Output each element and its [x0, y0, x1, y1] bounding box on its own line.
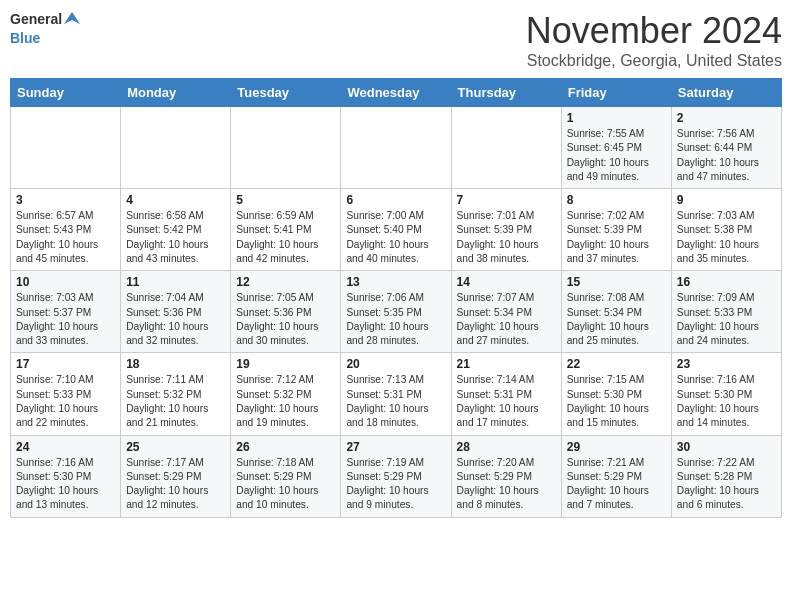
day-info: Sunrise: 7:20 AM Sunset: 5:29 PM Dayligh… — [457, 456, 556, 513]
day-info: Sunrise: 7:07 AM Sunset: 5:34 PM Dayligh… — [457, 291, 556, 348]
day-number: 2 — [677, 111, 776, 125]
day-number: 13 — [346, 275, 445, 289]
day-number: 21 — [457, 357, 556, 371]
day-number: 14 — [457, 275, 556, 289]
day-number: 25 — [126, 440, 225, 454]
calendar-cell: 22Sunrise: 7:15 AM Sunset: 5:30 PM Dayli… — [561, 353, 671, 435]
calendar-cell: 5Sunrise: 6:59 AM Sunset: 5:41 PM Daylig… — [231, 189, 341, 271]
month-title: November 2024 — [526, 10, 782, 52]
day-number: 17 — [16, 357, 115, 371]
day-number: 29 — [567, 440, 666, 454]
calendar-header-friday: Friday — [561, 79, 671, 107]
calendar-cell: 2Sunrise: 7:56 AM Sunset: 6:44 PM Daylig… — [671, 107, 781, 189]
calendar-cell: 4Sunrise: 6:58 AM Sunset: 5:42 PM Daylig… — [121, 189, 231, 271]
calendar-cell: 7Sunrise: 7:01 AM Sunset: 5:39 PM Daylig… — [451, 189, 561, 271]
calendar-header-row: SundayMondayTuesdayWednesdayThursdayFrid… — [11, 79, 782, 107]
day-number: 20 — [346, 357, 445, 371]
day-number: 8 — [567, 193, 666, 207]
calendar-table: SundayMondayTuesdayWednesdayThursdayFrid… — [10, 78, 782, 518]
calendar-cell: 26Sunrise: 7:18 AM Sunset: 5:29 PM Dayli… — [231, 435, 341, 517]
day-info: Sunrise: 7:18 AM Sunset: 5:29 PM Dayligh… — [236, 456, 335, 513]
day-number: 10 — [16, 275, 115, 289]
day-info: Sunrise: 7:02 AM Sunset: 5:39 PM Dayligh… — [567, 209, 666, 266]
calendar-week-4: 17Sunrise: 7:10 AM Sunset: 5:33 PM Dayli… — [11, 353, 782, 435]
calendar-cell: 29Sunrise: 7:21 AM Sunset: 5:29 PM Dayli… — [561, 435, 671, 517]
calendar-cell: 21Sunrise: 7:14 AM Sunset: 5:31 PM Dayli… — [451, 353, 561, 435]
day-info: Sunrise: 7:16 AM Sunset: 5:30 PM Dayligh… — [16, 456, 115, 513]
calendar-week-1: 1Sunrise: 7:55 AM Sunset: 6:45 PM Daylig… — [11, 107, 782, 189]
calendar-cell: 9Sunrise: 7:03 AM Sunset: 5:38 PM Daylig… — [671, 189, 781, 271]
day-info: Sunrise: 7:03 AM Sunset: 5:37 PM Dayligh… — [16, 291, 115, 348]
calendar-cell: 19Sunrise: 7:12 AM Sunset: 5:32 PM Dayli… — [231, 353, 341, 435]
day-info: Sunrise: 7:10 AM Sunset: 5:33 PM Dayligh… — [16, 373, 115, 430]
day-info: Sunrise: 7:06 AM Sunset: 5:35 PM Dayligh… — [346, 291, 445, 348]
day-info: Sunrise: 7:22 AM Sunset: 5:28 PM Dayligh… — [677, 456, 776, 513]
svg-marker-0 — [64, 12, 80, 24]
day-info: Sunrise: 7:17 AM Sunset: 5:29 PM Dayligh… — [126, 456, 225, 513]
logo-bird-icon — [64, 10, 80, 26]
calendar-cell — [231, 107, 341, 189]
day-number: 4 — [126, 193, 225, 207]
calendar-cell: 17Sunrise: 7:10 AM Sunset: 5:33 PM Dayli… — [11, 353, 121, 435]
calendar-week-5: 24Sunrise: 7:16 AM Sunset: 5:30 PM Dayli… — [11, 435, 782, 517]
day-info: Sunrise: 7:16 AM Sunset: 5:30 PM Dayligh… — [677, 373, 776, 430]
day-info: Sunrise: 7:01 AM Sunset: 5:39 PM Dayligh… — [457, 209, 556, 266]
calendar-cell: 14Sunrise: 7:07 AM Sunset: 5:34 PM Dayli… — [451, 271, 561, 353]
calendar-cell: 20Sunrise: 7:13 AM Sunset: 5:31 PM Dayli… — [341, 353, 451, 435]
day-number: 18 — [126, 357, 225, 371]
day-info: Sunrise: 7:05 AM Sunset: 5:36 PM Dayligh… — [236, 291, 335, 348]
day-info: Sunrise: 6:58 AM Sunset: 5:42 PM Dayligh… — [126, 209, 225, 266]
calendar-cell — [451, 107, 561, 189]
calendar-cell — [121, 107, 231, 189]
calendar-cell: 28Sunrise: 7:20 AM Sunset: 5:29 PM Dayli… — [451, 435, 561, 517]
day-number: 6 — [346, 193, 445, 207]
day-number: 27 — [346, 440, 445, 454]
day-number: 30 — [677, 440, 776, 454]
calendar-header-wednesday: Wednesday — [341, 79, 451, 107]
calendar-cell: 24Sunrise: 7:16 AM Sunset: 5:30 PM Dayli… — [11, 435, 121, 517]
day-info: Sunrise: 7:13 AM Sunset: 5:31 PM Dayligh… — [346, 373, 445, 430]
calendar-cell: 1Sunrise: 7:55 AM Sunset: 6:45 PM Daylig… — [561, 107, 671, 189]
day-number: 5 — [236, 193, 335, 207]
day-info: Sunrise: 7:56 AM Sunset: 6:44 PM Dayligh… — [677, 127, 776, 184]
calendar-cell: 16Sunrise: 7:09 AM Sunset: 5:33 PM Dayli… — [671, 271, 781, 353]
day-number: 26 — [236, 440, 335, 454]
day-info: Sunrise: 7:04 AM Sunset: 5:36 PM Dayligh… — [126, 291, 225, 348]
calendar-cell: 10Sunrise: 7:03 AM Sunset: 5:37 PM Dayli… — [11, 271, 121, 353]
day-number: 3 — [16, 193, 115, 207]
calendar-cell: 30Sunrise: 7:22 AM Sunset: 5:28 PM Dayli… — [671, 435, 781, 517]
calendar-header-saturday: Saturday — [671, 79, 781, 107]
day-number: 1 — [567, 111, 666, 125]
calendar-cell: 12Sunrise: 7:05 AM Sunset: 5:36 PM Dayli… — [231, 271, 341, 353]
day-number: 7 — [457, 193, 556, 207]
logo-general-text: General — [10, 11, 62, 28]
calendar-cell: 6Sunrise: 7:00 AM Sunset: 5:40 PM Daylig… — [341, 189, 451, 271]
calendar-header-monday: Monday — [121, 79, 231, 107]
calendar-week-3: 10Sunrise: 7:03 AM Sunset: 5:37 PM Dayli… — [11, 271, 782, 353]
day-info: Sunrise: 6:57 AM Sunset: 5:43 PM Dayligh… — [16, 209, 115, 266]
day-info: Sunrise: 7:08 AM Sunset: 5:34 PM Dayligh… — [567, 291, 666, 348]
day-number: 22 — [567, 357, 666, 371]
day-number: 23 — [677, 357, 776, 371]
day-info: Sunrise: 7:12 AM Sunset: 5:32 PM Dayligh… — [236, 373, 335, 430]
day-info: Sunrise: 7:09 AM Sunset: 5:33 PM Dayligh… — [677, 291, 776, 348]
day-info: Sunrise: 7:14 AM Sunset: 5:31 PM Dayligh… — [457, 373, 556, 430]
day-number: 24 — [16, 440, 115, 454]
location-title: Stockbridge, Georgia, United States — [526, 52, 782, 70]
day-info: Sunrise: 6:59 AM Sunset: 5:41 PM Dayligh… — [236, 209, 335, 266]
day-info: Sunrise: 7:19 AM Sunset: 5:29 PM Dayligh… — [346, 456, 445, 513]
day-info: Sunrise: 7:00 AM Sunset: 5:40 PM Dayligh… — [346, 209, 445, 266]
calendar-header-tuesday: Tuesday — [231, 79, 341, 107]
title-block: November 2024 Stockbridge, Georgia, Unit… — [526, 10, 782, 70]
calendar-cell: 15Sunrise: 7:08 AM Sunset: 5:34 PM Dayli… — [561, 271, 671, 353]
day-number: 15 — [567, 275, 666, 289]
calendar-cell: 25Sunrise: 7:17 AM Sunset: 5:29 PM Dayli… — [121, 435, 231, 517]
day-info: Sunrise: 7:11 AM Sunset: 5:32 PM Dayligh… — [126, 373, 225, 430]
page-header: General Blue November 2024 Stockbridge, … — [10, 10, 782, 70]
day-number: 19 — [236, 357, 335, 371]
calendar-cell — [11, 107, 121, 189]
day-number: 16 — [677, 275, 776, 289]
calendar-cell: 11Sunrise: 7:04 AM Sunset: 5:36 PM Dayli… — [121, 271, 231, 353]
calendar-cell: 3Sunrise: 6:57 AM Sunset: 5:43 PM Daylig… — [11, 189, 121, 271]
calendar-cell: 8Sunrise: 7:02 AM Sunset: 5:39 PM Daylig… — [561, 189, 671, 271]
